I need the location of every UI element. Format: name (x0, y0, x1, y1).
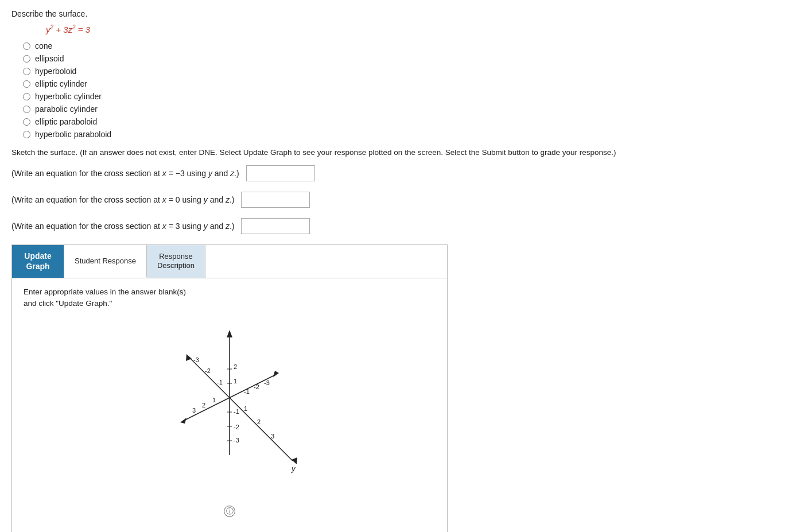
svg-text:1: 1 (234, 378, 237, 385)
radio-hyperboloid[interactable] (23, 68, 30, 75)
graph-instructions: Enter appropriate values in the answer b… (24, 286, 436, 310)
svg-text:-2: -2 (254, 383, 259, 390)
option-elliptic-paraboloid-label: elliptic paraboloid (35, 117, 97, 126)
radio-cone[interactable] (23, 42, 30, 50)
option-ellipsoid-label: ellipsoid (35, 54, 64, 63)
option-parabolic-cylinder[interactable]: parabolic cylinder (23, 104, 797, 114)
svg-text:-2: -2 (205, 367, 211, 374)
svg-text:3: 3 (271, 433, 274, 440)
graph-panel: Update Graph Student Response ResponseDe… (11, 244, 448, 532)
info-icon[interactable]: ⓘ (24, 506, 436, 517)
svg-text:2: 2 (202, 402, 205, 409)
tab-response-description[interactable]: ResponseDescription (147, 245, 205, 277)
svg-marker-13 (273, 371, 279, 377)
svg-marker-8 (180, 418, 187, 424)
option-elliptic-cylinder[interactable]: elliptic cylinder (23, 79, 797, 88)
cross-section-label-1: (Write an equation for the cross section… (11, 169, 239, 178)
svg-text:-1: -1 (234, 408, 239, 415)
graph-area: 2 1 -1 -2 -3 1 2 3 -1 -2 -3 (24, 317, 436, 501)
svg-text:-3: -3 (234, 437, 239, 444)
svg-text:1: 1 (244, 405, 247, 412)
svg-text:-1: -1 (217, 379, 223, 386)
option-hyperbolic-cylinder[interactable]: hyperbolic cylinder (23, 92, 797, 101)
option-elliptic-cylinder-label: elliptic cylinder (35, 79, 87, 88)
option-hyperbolic-paraboloid-label: hyperbolic paraboloid (35, 130, 111, 139)
option-hyperboloid[interactable]: hyperboloid (23, 67, 797, 76)
radio-elliptic-paraboloid[interactable] (23, 118, 30, 126)
question-title: Describe the surface. (11, 9, 797, 18)
svg-text:-2: -2 (234, 424, 239, 430)
svg-text:1: 1 (212, 397, 216, 403)
cross-section-input-1[interactable] (246, 165, 315, 181)
surface-options: cone ellipsoid hyperboloid elliptic cyli… (23, 41, 797, 139)
svg-text:-3: -3 (193, 356, 199, 363)
cross-section-label-2: (Write an equation for the cross section… (11, 195, 234, 204)
option-ellipsoid[interactable]: ellipsoid (23, 54, 797, 63)
radio-hyperbolic-paraboloid[interactable] (23, 131, 30, 138)
radio-ellipsoid[interactable] (23, 55, 30, 63)
option-elliptic-paraboloid[interactable]: elliptic paraboloid (23, 117, 797, 126)
radio-hyperbolic-cylinder[interactable] (23, 93, 30, 100)
svg-text:-1: -1 (244, 388, 250, 395)
svg-text:-3: -3 (264, 379, 270, 386)
svg-line-23 (189, 358, 230, 398)
radio-elliptic-cylinder[interactable] (23, 80, 30, 88)
svg-text:2: 2 (257, 418, 261, 425)
svg-marker-1 (227, 330, 232, 337)
cross-section-input-3[interactable] (241, 218, 310, 234)
option-hyperbolic-cylinder-label: hyperbolic cylinder (35, 92, 102, 101)
tab-bar: Student Response ResponseDescription (64, 245, 447, 277)
cross-section-row-1: (Write an equation for the cross section… (11, 165, 797, 181)
cross-section-row-3: (Write an equation for the cross section… (11, 218, 797, 234)
svg-text:3: 3 (192, 407, 196, 414)
option-cone[interactable]: cone (23, 41, 797, 51)
cross-section-row-2: (Write an equation for the cross section… (11, 192, 797, 208)
cross-section-input-2[interactable] (241, 192, 310, 208)
svg-marker-24 (186, 354, 192, 361)
graph-header: Update Graph Student Response ResponseDe… (12, 245, 447, 278)
option-cone-label: cone (35, 41, 52, 51)
radio-parabolic-cylinder[interactable] (23, 106, 30, 113)
svg-text:2: 2 (234, 363, 237, 370)
option-hyperboloid-label: hyperboloid (35, 67, 76, 76)
svg-line-7 (184, 398, 230, 421)
option-parabolic-cylinder-label: parabolic cylinder (35, 104, 98, 114)
tab-student-response[interactable]: Student Response (64, 245, 147, 277)
update-graph-button[interactable]: Update Graph (12, 245, 64, 277)
equation: y2 + 3z2 = 3 (46, 24, 797, 34)
sketch-instruction: Sketch the surface. (If an answer does n… (11, 147, 797, 158)
graph-body: Enter appropriate values in the answer b… (12, 278, 447, 529)
svg-text:y: y (291, 464, 296, 473)
axes-svg: 2 1 -1 -2 -3 1 2 3 -1 -2 -3 (138, 317, 321, 501)
option-hyperbolic-paraboloid[interactable]: hyperbolic paraboloid (23, 130, 797, 139)
cross-section-label-3: (Write an equation for the cross section… (11, 222, 234, 231)
